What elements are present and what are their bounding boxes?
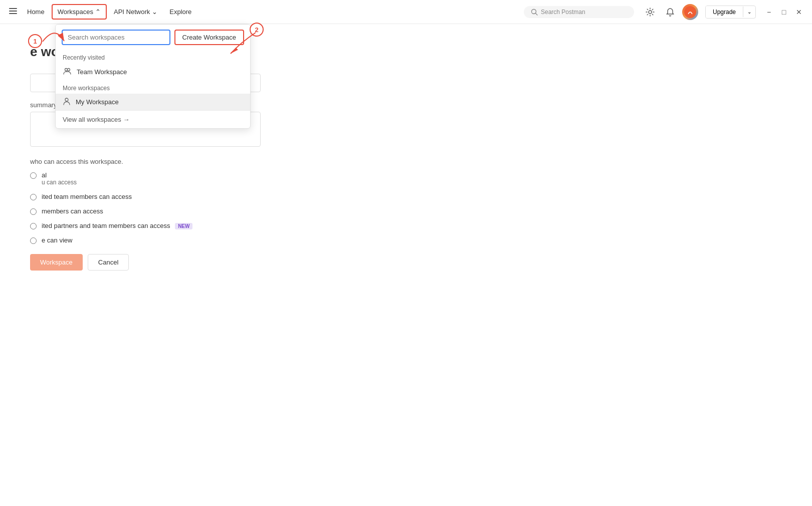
nav-explore[interactable]: Explore bbox=[164, 5, 196, 19]
create-workspace-submit-button[interactable]: Workspace bbox=[30, 254, 83, 271]
search-workspaces-input[interactable] bbox=[62, 30, 170, 45]
recently-visited-label: Recently visited bbox=[56, 50, 250, 63]
visibility-public: e can view bbox=[30, 236, 782, 244]
cancel-button[interactable]: Cancel bbox=[88, 254, 129, 271]
visibility-team-invited: ited team members can access bbox=[30, 193, 782, 200]
nav-icons: Upgrade ⌄ bbox=[642, 4, 756, 20]
radio-team[interactable] bbox=[30, 208, 37, 215]
personal-workspace-icon bbox=[63, 97, 71, 107]
workspace-item-team[interactable]: Team Workspace bbox=[56, 63, 250, 81]
public-label: e can view bbox=[42, 236, 72, 244]
radio-partner[interactable] bbox=[30, 223, 37, 229]
partner-label: ited partners and team members can acces… bbox=[42, 222, 192, 229]
visibility-section: who can access this workspace. al u can … bbox=[30, 158, 782, 244]
user-avatar[interactable] bbox=[682, 4, 698, 20]
my-workspace-name: My Workspace bbox=[76, 98, 119, 106]
nav-home[interactable]: Home bbox=[22, 5, 50, 19]
team-workspace-icon bbox=[63, 67, 72, 77]
upgrade-dropdown-arrow[interactable]: ⌄ bbox=[743, 7, 755, 17]
workspaces-dropdown: Create Workspace Recently visited Team W… bbox=[55, 24, 251, 129]
settings-icon-btn[interactable] bbox=[642, 4, 658, 20]
visibility-team: members can access bbox=[30, 207, 782, 215]
svg-point-8 bbox=[68, 69, 70, 71]
global-search[interactable]: Search Postman bbox=[524, 6, 634, 18]
notifications-icon-btn[interactable] bbox=[662, 4, 678, 20]
chevron-down-icon: ⌄ bbox=[152, 8, 157, 16]
create-workspace-button[interactable]: Create Workspace bbox=[174, 30, 244, 45]
close-button[interactable]: ✕ bbox=[792, 5, 806, 19]
visibility-partner: ited partners and team members can acces… bbox=[30, 222, 782, 229]
bell-icon bbox=[666, 8, 675, 17]
team-label: members can access bbox=[42, 207, 103, 215]
personal-label: al bbox=[42, 171, 77, 179]
radio-team-invited[interactable] bbox=[30, 194, 37, 200]
form-actions: Workspace Cancel bbox=[30, 254, 782, 271]
maximize-button[interactable]: □ bbox=[777, 5, 791, 19]
workspace-item-my[interactable]: My Workspace bbox=[56, 94, 250, 110]
personal-desc: u can access bbox=[42, 179, 77, 186]
gear-icon bbox=[646, 8, 655, 17]
svg-rect-0 bbox=[9, 8, 17, 9]
team-workspace-name: Team Workspace bbox=[77, 68, 127, 76]
team-invited-label: ited team members can access bbox=[42, 193, 132, 200]
radio-personal[interactable] bbox=[30, 172, 37, 179]
dropdown-top-bar: Create Workspace bbox=[56, 25, 250, 50]
svg-point-9 bbox=[65, 98, 68, 101]
upgrade-button-group: Upgrade ⌄ bbox=[705, 6, 756, 19]
visibility-personal: al u can access bbox=[30, 171, 782, 186]
more-workspaces-label: More workspaces bbox=[56, 81, 250, 94]
minimize-button[interactable]: − bbox=[762, 5, 776, 19]
svg-line-4 bbox=[535, 13, 537, 15]
svg-point-5 bbox=[649, 11, 652, 14]
svg-rect-2 bbox=[9, 13, 17, 14]
svg-point-7 bbox=[65, 69, 68, 71]
nav-workspaces[interactable]: Workspaces ⌃ bbox=[52, 4, 107, 20]
search-placeholder-text: Search Postman bbox=[541, 9, 585, 16]
radio-public[interactable] bbox=[30, 237, 37, 244]
nav-api-network[interactable]: API Network ⌄ bbox=[109, 5, 162, 19]
topnav: Home Workspaces ⌃ API Network ⌄ Explore … bbox=[0, 0, 812, 24]
annotation-circle-2: 2 bbox=[250, 23, 264, 37]
hamburger-menu[interactable] bbox=[6, 4, 20, 20]
window-controls: − □ ✕ bbox=[762, 5, 806, 19]
chevron-up-icon: ⌃ bbox=[95, 8, 101, 16]
visibility-label: who can access this workspace. bbox=[30, 158, 782, 165]
new-badge: NEW bbox=[175, 223, 192, 229]
upgrade-button[interactable]: Upgrade bbox=[706, 6, 743, 18]
annotation-circle-1: 1 bbox=[28, 34, 42, 48]
search-icon bbox=[531, 9, 538, 16]
view-all-workspaces-link[interactable]: View all workspaces → bbox=[56, 110, 250, 128]
svg-rect-1 bbox=[9, 11, 17, 12]
